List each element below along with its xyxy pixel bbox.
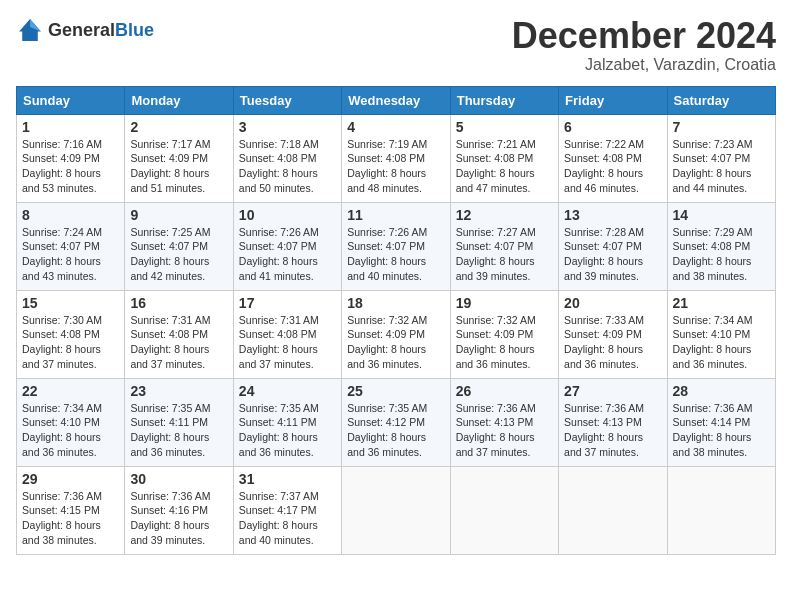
calendar-cell: 29Sunrise: 7:36 AMSunset: 4:15 PMDayligh… [17, 466, 125, 554]
calendar-table: SundayMondayTuesdayWednesdayThursdayFrid… [16, 86, 776, 555]
logo-blue: Blue [115, 20, 154, 40]
day-number: 5 [456, 119, 553, 135]
month-title: December 2024 [512, 16, 776, 56]
cell-text: Sunrise: 7:21 AMSunset: 4:08 PMDaylight:… [456, 138, 536, 194]
calendar-cell: 31Sunrise: 7:37 AMSunset: 4:17 PMDayligh… [233, 466, 341, 554]
day-number: 19 [456, 295, 553, 311]
cell-text: Sunrise: 7:24 AMSunset: 4:07 PMDaylight:… [22, 226, 102, 282]
day-number: 17 [239, 295, 336, 311]
calendar-cell: 7Sunrise: 7:23 AMSunset: 4:07 PMDaylight… [667, 114, 775, 202]
cell-text: Sunrise: 7:34 AMSunset: 4:10 PMDaylight:… [673, 314, 753, 370]
calendar-cell: 25Sunrise: 7:35 AMSunset: 4:12 PMDayligh… [342, 378, 450, 466]
day-number: 31 [239, 471, 336, 487]
calendar-cell: 30Sunrise: 7:36 AMSunset: 4:16 PMDayligh… [125, 466, 233, 554]
calendar-cell: 3Sunrise: 7:18 AMSunset: 4:08 PMDaylight… [233, 114, 341, 202]
cell-text: Sunrise: 7:30 AMSunset: 4:08 PMDaylight:… [22, 314, 102, 370]
cell-text: Sunrise: 7:36 AMSunset: 4:15 PMDaylight:… [22, 490, 102, 546]
logo-general: General [48, 20, 115, 40]
logo-text: GeneralBlue [48, 20, 154, 41]
calendar-cell [667, 466, 775, 554]
day-number: 11 [347, 207, 444, 223]
cell-text: Sunrise: 7:16 AMSunset: 4:09 PMDaylight:… [22, 138, 102, 194]
header-day-friday: Friday [559, 86, 667, 114]
calendar-cell: 15Sunrise: 7:30 AMSunset: 4:08 PMDayligh… [17, 290, 125, 378]
day-number: 7 [673, 119, 770, 135]
cell-text: Sunrise: 7:22 AMSunset: 4:08 PMDaylight:… [564, 138, 644, 194]
calendar-body: 1Sunrise: 7:16 AMSunset: 4:09 PMDaylight… [17, 114, 776, 554]
cell-text: Sunrise: 7:36 AMSunset: 4:13 PMDaylight:… [564, 402, 644, 458]
header-day-wednesday: Wednesday [342, 86, 450, 114]
calendar-cell: 9Sunrise: 7:25 AMSunset: 4:07 PMDaylight… [125, 202, 233, 290]
cell-text: Sunrise: 7:35 AMSunset: 4:11 PMDaylight:… [130, 402, 210, 458]
calendar-week-1: 1Sunrise: 7:16 AMSunset: 4:09 PMDaylight… [17, 114, 776, 202]
header-row: SundayMondayTuesdayWednesdayThursdayFrid… [17, 86, 776, 114]
day-number: 3 [239, 119, 336, 135]
calendar-cell: 16Sunrise: 7:31 AMSunset: 4:08 PMDayligh… [125, 290, 233, 378]
logo-icon [16, 16, 44, 44]
title-block: December 2024 Jalzabet, Varazdin, Croati… [512, 16, 776, 74]
calendar-cell: 4Sunrise: 7:19 AMSunset: 4:08 PMDaylight… [342, 114, 450, 202]
header-day-thursday: Thursday [450, 86, 558, 114]
day-number: 1 [22, 119, 119, 135]
calendar-cell: 28Sunrise: 7:36 AMSunset: 4:14 PMDayligh… [667, 378, 775, 466]
cell-text: Sunrise: 7:27 AMSunset: 4:07 PMDaylight:… [456, 226, 536, 282]
day-number: 23 [130, 383, 227, 399]
cell-text: Sunrise: 7:28 AMSunset: 4:07 PMDaylight:… [564, 226, 644, 282]
calendar-cell: 8Sunrise: 7:24 AMSunset: 4:07 PMDaylight… [17, 202, 125, 290]
header-day-saturday: Saturday [667, 86, 775, 114]
day-number: 25 [347, 383, 444, 399]
calendar-cell: 5Sunrise: 7:21 AMSunset: 4:08 PMDaylight… [450, 114, 558, 202]
calendar-week-2: 8Sunrise: 7:24 AMSunset: 4:07 PMDaylight… [17, 202, 776, 290]
cell-text: Sunrise: 7:25 AMSunset: 4:07 PMDaylight:… [130, 226, 210, 282]
cell-text: Sunrise: 7:32 AMSunset: 4:09 PMDaylight:… [456, 314, 536, 370]
cell-text: Sunrise: 7:26 AMSunset: 4:07 PMDaylight:… [347, 226, 427, 282]
day-number: 8 [22, 207, 119, 223]
day-number: 27 [564, 383, 661, 399]
header-day-monday: Monday [125, 86, 233, 114]
cell-text: Sunrise: 7:33 AMSunset: 4:09 PMDaylight:… [564, 314, 644, 370]
cell-text: Sunrise: 7:18 AMSunset: 4:08 PMDaylight:… [239, 138, 319, 194]
day-number: 22 [22, 383, 119, 399]
day-number: 13 [564, 207, 661, 223]
cell-text: Sunrise: 7:36 AMSunset: 4:13 PMDaylight:… [456, 402, 536, 458]
cell-text: Sunrise: 7:35 AMSunset: 4:12 PMDaylight:… [347, 402, 427, 458]
cell-text: Sunrise: 7:29 AMSunset: 4:08 PMDaylight:… [673, 226, 753, 282]
calendar-cell: 22Sunrise: 7:34 AMSunset: 4:10 PMDayligh… [17, 378, 125, 466]
calendar-cell: 27Sunrise: 7:36 AMSunset: 4:13 PMDayligh… [559, 378, 667, 466]
calendar-cell: 23Sunrise: 7:35 AMSunset: 4:11 PMDayligh… [125, 378, 233, 466]
calendar-cell: 20Sunrise: 7:33 AMSunset: 4:09 PMDayligh… [559, 290, 667, 378]
day-number: 24 [239, 383, 336, 399]
calendar-cell: 1Sunrise: 7:16 AMSunset: 4:09 PMDaylight… [17, 114, 125, 202]
day-number: 6 [564, 119, 661, 135]
day-number: 30 [130, 471, 227, 487]
calendar-week-5: 29Sunrise: 7:36 AMSunset: 4:15 PMDayligh… [17, 466, 776, 554]
logo: GeneralBlue [16, 16, 154, 44]
day-number: 21 [673, 295, 770, 311]
cell-text: Sunrise: 7:23 AMSunset: 4:07 PMDaylight:… [673, 138, 753, 194]
calendar-cell: 18Sunrise: 7:32 AMSunset: 4:09 PMDayligh… [342, 290, 450, 378]
day-number: 10 [239, 207, 336, 223]
day-number: 20 [564, 295, 661, 311]
calendar-cell: 14Sunrise: 7:29 AMSunset: 4:08 PMDayligh… [667, 202, 775, 290]
calendar-cell: 10Sunrise: 7:26 AMSunset: 4:07 PMDayligh… [233, 202, 341, 290]
cell-text: Sunrise: 7:37 AMSunset: 4:17 PMDaylight:… [239, 490, 319, 546]
header-day-tuesday: Tuesday [233, 86, 341, 114]
calendar-cell: 12Sunrise: 7:27 AMSunset: 4:07 PMDayligh… [450, 202, 558, 290]
day-number: 4 [347, 119, 444, 135]
calendar-week-3: 15Sunrise: 7:30 AMSunset: 4:08 PMDayligh… [17, 290, 776, 378]
day-number: 28 [673, 383, 770, 399]
day-number: 15 [22, 295, 119, 311]
calendar-cell: 21Sunrise: 7:34 AMSunset: 4:10 PMDayligh… [667, 290, 775, 378]
calendar-cell [450, 466, 558, 554]
calendar-cell [559, 466, 667, 554]
calendar-week-4: 22Sunrise: 7:34 AMSunset: 4:10 PMDayligh… [17, 378, 776, 466]
cell-text: Sunrise: 7:35 AMSunset: 4:11 PMDaylight:… [239, 402, 319, 458]
cell-text: Sunrise: 7:32 AMSunset: 4:09 PMDaylight:… [347, 314, 427, 370]
page-header: GeneralBlue December 2024 Jalzabet, Vara… [16, 16, 776, 74]
cell-text: Sunrise: 7:36 AMSunset: 4:16 PMDaylight:… [130, 490, 210, 546]
location-title: Jalzabet, Varazdin, Croatia [512, 56, 776, 74]
cell-text: Sunrise: 7:17 AMSunset: 4:09 PMDaylight:… [130, 138, 210, 194]
calendar-cell: 2Sunrise: 7:17 AMSunset: 4:09 PMDaylight… [125, 114, 233, 202]
calendar-cell: 24Sunrise: 7:35 AMSunset: 4:11 PMDayligh… [233, 378, 341, 466]
cell-text: Sunrise: 7:34 AMSunset: 4:10 PMDaylight:… [22, 402, 102, 458]
